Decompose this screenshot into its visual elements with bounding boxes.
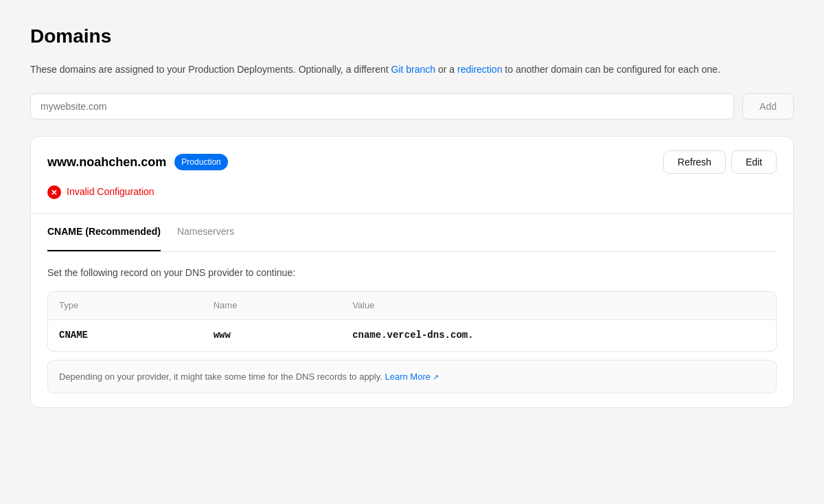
domain-actions: Refresh Edit — [663, 150, 777, 174]
page-container: Domains These domains are assigned to yo… — [14, 0, 810, 430]
dns-instruction: Set the following record on your DNS pro… — [47, 266, 777, 280]
page-title: Domains — [30, 22, 794, 51]
domain-card: www.noahchen.com Production Refresh Edit… — [30, 136, 794, 408]
refresh-button[interactable]: Refresh — [663, 150, 726, 174]
dns-table: Type Name Value CNAME www cname.vercel-d… — [48, 292, 776, 351]
git-branch-link[interactable]: Git branch — [391, 64, 436, 75]
redirection-link[interactable]: redirection — [457, 64, 502, 75]
tab-cname[interactable]: CNAME (Recommended) — [47, 214, 161, 251]
col-header-type: Type — [48, 292, 203, 319]
col-header-name: Name — [203, 292, 341, 319]
tab-content-cname: Set the following record on your DNS pro… — [47, 252, 777, 407]
dns-table-row: CNAME www cname.vercel-dns.com. — [48, 319, 776, 351]
add-domain-row: Add — [30, 93, 794, 119]
dns-table-container: Type Name Value CNAME www cname.vercel-d… — [47, 291, 777, 352]
add-button[interactable]: Add — [742, 93, 794, 119]
cell-name: www — [203, 319, 341, 351]
error-icon — [47, 185, 61, 199]
domain-name: www.noahchen.com — [47, 153, 166, 172]
tabs-section: CNAME (Recommended) Nameservers Set the … — [31, 214, 793, 407]
note-text: Depending on your provider, it might tak… — [59, 371, 385, 382]
description-text-3: to another domain can be configured for … — [502, 64, 720, 75]
dns-note-box: Depending on your provider, it might tak… — [47, 360, 777, 394]
domain-status: Invalid Configuration — [31, 185, 793, 213]
domain-input[interactable] — [30, 93, 734, 119]
cell-value: cname.vercel-dns.com. — [341, 319, 776, 351]
domain-info: www.noahchen.com Production — [47, 153, 228, 172]
cell-type: CNAME — [48, 319, 203, 351]
description-text-2: or a — [435, 64, 457, 75]
status-text: Invalid Configuration — [67, 185, 154, 199]
edit-button[interactable]: Edit — [731, 150, 777, 174]
tabs: CNAME (Recommended) Nameservers — [47, 214, 777, 252]
col-header-value: Value — [341, 292, 776, 319]
dns-table-header-row: Type Name Value — [48, 292, 776, 319]
tab-nameservers[interactable]: Nameservers — [177, 214, 234, 251]
learn-more-link[interactable]: Learn More — [385, 371, 439, 382]
production-badge: Production — [174, 154, 227, 170]
page-description: These domains are assigned to your Produ… — [30, 62, 794, 77]
domain-header: www.noahchen.com Production Refresh Edit — [31, 137, 793, 185]
description-text-1: These domains are assigned to your Produ… — [30, 64, 391, 75]
